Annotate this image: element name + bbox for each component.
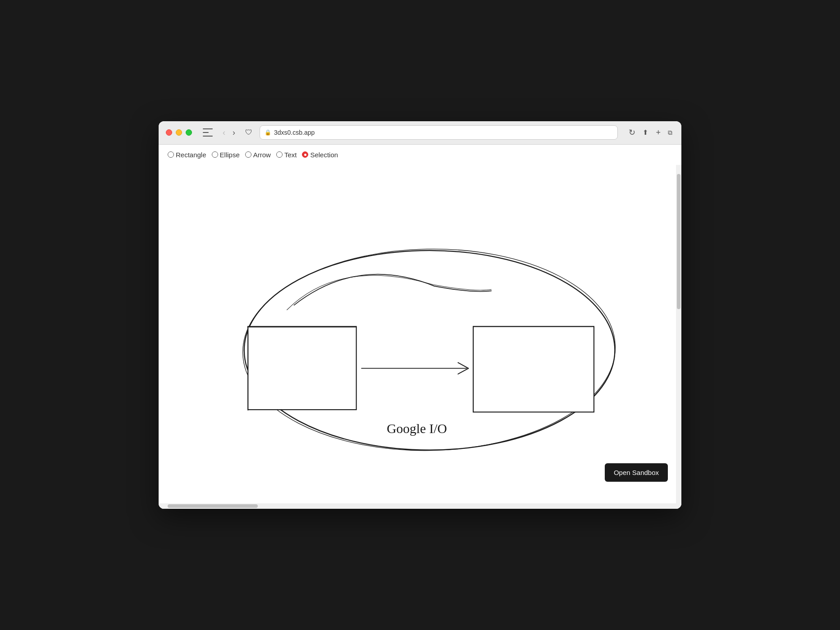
ellipse-label: Ellipse [220, 151, 240, 159]
lock-icon: 🔒 [265, 129, 271, 136]
new-tab-icon: + [656, 128, 661, 137]
tool-ellipse[interactable]: Ellipse [210, 150, 242, 160]
sidebar-toggle-button[interactable] [203, 128, 213, 137]
rectangle-radio[interactable] [168, 151, 174, 158]
scrollbar-vertical[interactable] [676, 165, 681, 509]
drawing-canvas[interactable]: Google I/O [159, 165, 681, 507]
forward-icon: › [233, 128, 235, 137]
share-icon: ⬆ [643, 128, 648, 137]
scrollbar-thumb[interactable] [677, 174, 680, 309]
drawing-toolbar: Rectangle Ellipse Arrow Text Selection [159, 145, 681, 165]
rectangle-label: Rectangle [176, 151, 206, 159]
ellipse-radio[interactable] [212, 151, 218, 158]
forward-button[interactable]: › [230, 127, 238, 138]
tool-selection[interactable]: Selection [300, 150, 340, 160]
address-bar[interactable]: 🔒 3dxs0.csb.app [260, 125, 618, 140]
new-tab-button[interactable]: + [654, 127, 662, 138]
shield-icon: 🛡 [243, 127, 254, 138]
scrollbar-horizontal[interactable] [159, 503, 676, 509]
share-button[interactable]: ⬆ [641, 128, 650, 137]
toolbar-right: ↻ ⬆ + ⧉ [627, 127, 674, 138]
scrollbar-horizontal-thumb[interactable] [168, 504, 258, 508]
tool-text[interactable]: Text [274, 150, 299, 160]
close-button[interactable] [166, 129, 172, 136]
back-icon: ‹ [223, 128, 225, 137]
svg-rect-5 [473, 326, 594, 412]
tabs-icon: ⧉ [668, 129, 672, 137]
url-text: 3dxs0.csb.app [274, 129, 315, 136]
text-radio[interactable] [276, 151, 283, 158]
selection-radio[interactable] [302, 151, 308, 158]
reload-icon: ↻ [629, 128, 635, 137]
text-label: Text [284, 151, 297, 159]
traffic-lights [166, 129, 192, 136]
back-button[interactable]: ‹ [220, 127, 228, 138]
tool-arrow[interactable]: Arrow [243, 150, 273, 160]
reload-button[interactable]: ↻ [627, 127, 637, 138]
selection-label: Selection [310, 151, 338, 159]
content-area: Rectangle Ellipse Arrow Text Selection [159, 145, 681, 509]
browser-window: ‹ › 🛡 🔒 3dxs0.csb.app ↻ ⬆ + ⧉ [159, 121, 681, 509]
arrow-radio[interactable] [245, 151, 251, 158]
open-sandbox-button[interactable]: Open Sandbox [605, 463, 668, 482]
minimize-button[interactable] [176, 129, 182, 136]
svg-rect-2 [248, 326, 356, 410]
google-io-label: Google I/O [387, 421, 447, 436]
tool-rectangle[interactable]: Rectangle [166, 150, 208, 160]
arrow-label: Arrow [253, 151, 271, 159]
maximize-button[interactable] [186, 129, 192, 136]
nav-buttons: ‹ › [220, 127, 238, 138]
title-bar: ‹ › 🛡 🔒 3dxs0.csb.app ↻ ⬆ + ⧉ [159, 121, 681, 145]
tabs-button[interactable]: ⧉ [666, 128, 674, 137]
canvas-area[interactable]: Google I/O Open Sandbox [159, 165, 681, 509]
